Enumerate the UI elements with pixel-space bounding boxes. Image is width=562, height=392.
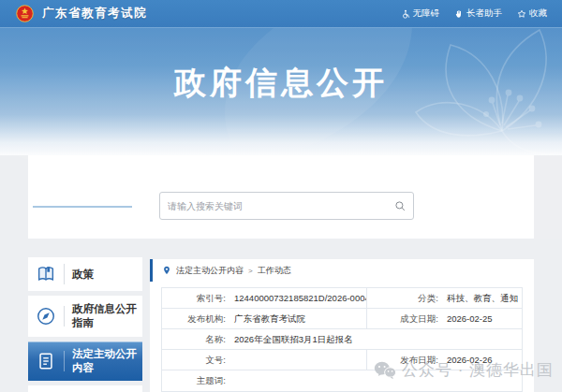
favorite-link[interactable]: 收藏 [517, 7, 547, 20]
field-value [226, 370, 234, 391]
field-label: 成文日期: [367, 309, 438, 328]
accessibility-icon [401, 9, 410, 19]
index-number-cell: 索引号: 12440000732185821D/2026-00040 [162, 288, 367, 308]
field-value: 2026-02-25 [438, 309, 493, 328]
site-name: 广东省教育考试院 [42, 6, 147, 22]
search-box [159, 192, 414, 220]
issuing-agency-cell: 发布机构: 广东省教育考试院 [162, 309, 367, 328]
sidebar-item-label: 政府信息公开指南 [65, 297, 142, 336]
sidebar-item-label: 法定主动公开内容 [65, 341, 142, 381]
field-label: 发布日期: [367, 350, 438, 370]
sidebar-item-policy[interactable]: 政策 [28, 257, 142, 291]
page-title: 政府信息公开 [0, 62, 562, 105]
sidebar: 政策 政府信息公开指南 [28, 257, 142, 392]
breadcrumb: 法定主动公开内容 > 工作动态 [150, 259, 534, 282]
field-label: 主题词: [162, 370, 226, 391]
field-value: 科技、教育、通知 [438, 288, 518, 308]
decorative-line [33, 206, 132, 208]
table-row: 主题词: [162, 370, 522, 391]
sidebar-item-organization[interactable]: 组织机构 + [28, 385, 142, 392]
table-row: 名称: 2026年全国联招3月1日起报名 [162, 329, 522, 350]
table-row: 索引号: 12440000732185821D/2026-00040 分类: 科… [162, 288, 522, 309]
favorite-label: 收藏 [529, 7, 547, 20]
site-logo-link[interactable]: 广东省教育考试院 [15, 4, 147, 23]
document-icon [28, 351, 64, 371]
field-value: 2026年全国联招3月1日起报名 [226, 329, 353, 349]
compass-icon [28, 306, 64, 327]
category-cell: 分类: 科技、教育、通知 [367, 288, 522, 308]
sidebar-item-statutory-disclosure[interactable]: 法定主动公开内容 [28, 341, 142, 381]
elder-assistant-label: 长者助手 [466, 7, 502, 20]
breadcrumb-separator: > [248, 267, 253, 275]
book-icon [28, 264, 64, 284]
breadcrumb-item-current[interactable]: 工作动态 [258, 265, 291, 277]
top-bar: 广东省教育考试院 无障碍 长者助手 收藏 [0, 0, 562, 28]
location-pin-icon [162, 266, 171, 275]
elder-assistant-icon [454, 9, 464, 19]
sidebar-item-label: 政策 [65, 262, 142, 287]
field-value [226, 350, 234, 370]
main-panel: 法定主动公开内容 > 工作动态 索引号: 12440000732185821D/… [150, 259, 534, 392]
search-section [28, 155, 534, 239]
issue-date-cell: 成文日期: 2026-02-25 [367, 309, 522, 328]
field-value: 12440000732185821D/2026-00040 [226, 288, 367, 308]
title-cell: 名称: 2026年全国联招3月1日起报名 [162, 329, 522, 349]
search-icon [394, 200, 407, 212]
elder-assistant-link[interactable]: 长者助手 [454, 7, 502, 20]
document-detail-table: 索引号: 12440000732185821D/2026-00040 分类: 科… [161, 287, 523, 392]
keywords-cell: 主题词: [162, 370, 522, 391]
page: 广东省教育考试院 无障碍 长者助手 收藏 [0, 0, 562, 392]
table-row: 文号: 发布日期: 2026-02-26 [162, 350, 522, 370]
field-label: 名称: [162, 329, 226, 349]
table-row: 发布机构: 广东省教育考试院 成文日期: 2026-02-25 [162, 309, 522, 329]
search-button[interactable] [387, 193, 413, 219]
content-area: 政策 政府信息公开指南 [0, 239, 562, 392]
field-label: 索引号: [162, 288, 226, 308]
banner: 政府信息公开 [0, 28, 562, 155]
star-icon [517, 9, 526, 19]
field-label: 文号: [162, 350, 226, 370]
field-label: 分类: [367, 288, 438, 308]
sidebar-item-disclosure-guide[interactable]: 政府信息公开指南 [28, 296, 142, 337]
field-label: 发布机构: [162, 309, 226, 328]
publish-date-cell: 发布日期: 2026-02-26 [367, 350, 522, 370]
national-emblem-icon [15, 4, 35, 23]
top-links: 无障碍 长者助手 收藏 [401, 7, 548, 20]
accessibility-link[interactable]: 无障碍 [401, 7, 440, 20]
field-value: 广东省教育考试院 [226, 309, 305, 328]
accessibility-label: 无障碍 [413, 7, 440, 20]
breadcrumb-item[interactable]: 法定主动公开内容 [176, 265, 244, 277]
search-input[interactable] [160, 201, 387, 211]
document-number-cell: 文号: [162, 350, 367, 370]
field-value: 2026-02-26 [438, 350, 493, 370]
